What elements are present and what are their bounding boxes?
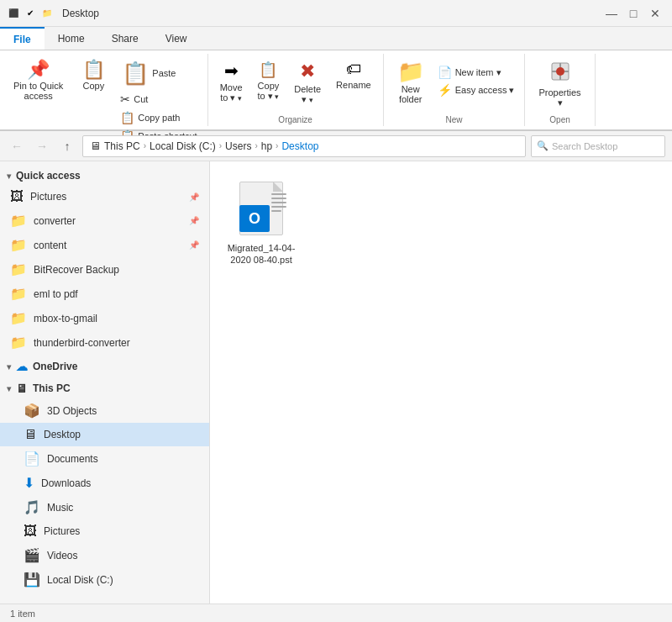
path-desktop: Desktop bbox=[281, 140, 318, 152]
pst-line-4 bbox=[271, 206, 286, 208]
sidebar-item-pictures-pc[interactable]: 🖼 Pictures bbox=[0, 519, 209, 543]
copy-to-icon: 📋 bbox=[259, 61, 277, 79]
pst-icon: O bbox=[234, 182, 288, 239]
sidebar-item-videos[interactable]: 🎬 Videos bbox=[0, 543, 209, 567]
path-users: Users bbox=[225, 140, 251, 152]
title-bar: ⬛ ✔ 📁 Desktop — □ ✕ bbox=[0, 0, 672, 27]
sidebar-item-downloads[interactable]: ⬇ Downloads bbox=[0, 471, 209, 495]
sidebar-item-emltopdf[interactable]: 📁 eml to pdf bbox=[0, 282, 209, 306]
sidebar-item-3dobjects[interactable]: 📦 3D Objects bbox=[0, 398, 209, 423]
pst-icon-wrapper: O bbox=[234, 182, 288, 239]
new-group: 📁 Newfolder 📄 New item ▾ ⚡ Easy access ▾… bbox=[384, 54, 526, 126]
status-text: 1 item bbox=[10, 609, 35, 619]
paste-button[interactable]: 📋 Paste bbox=[117, 59, 200, 87]
bitrecover-icon: 📁 bbox=[10, 261, 27, 277]
new-folder-button[interactable]: 📁 Newfolder bbox=[391, 57, 431, 108]
sidebar-item-pictures-qa[interactable]: 🖼 Pictures 📌 bbox=[0, 185, 209, 208]
sidebar-item-mboxtogmail[interactable]: 📁 mbox-to-gmail bbox=[0, 306, 209, 330]
up-button[interactable]: ↑ bbox=[57, 136, 77, 156]
videos-label: Videos bbox=[47, 550, 199, 561]
pst-line-1 bbox=[271, 193, 286, 195]
emltopdf-label: eml to pdf bbox=[34, 288, 199, 300]
sidebar-item-localdisk[interactable]: 💾 Local Disk (C:) bbox=[0, 567, 209, 592]
pst-line-2 bbox=[271, 198, 286, 199]
sidebar-item-thunderbird[interactable]: 📁 thunderbird-converter bbox=[0, 330, 209, 355]
sidebar: ▾ Quick access 🖼 Pictures 📌 📁 converter … bbox=[0, 161, 210, 622]
move-to-button[interactable]: ➡ Moveto ▾ bbox=[215, 57, 248, 107]
file-item-pst[interactable]: O Migrated_14-04-2020 08-40.pst bbox=[223, 175, 299, 273]
title-bar-icons: ⬛ ✔ 📁 bbox=[7, 7, 54, 20]
back-button[interactable]: ← bbox=[7, 136, 27, 156]
desktop-icon: 🖥 bbox=[24, 427, 37, 442]
pst-badge: O bbox=[239, 205, 270, 232]
sidebar-item-bitrecover[interactable]: 📁 BitRecover Backup bbox=[0, 257, 209, 282]
onedrive-label: OneDrive bbox=[33, 361, 77, 372]
file-grid: O Migrated_14-04-2020 08-40.pst bbox=[223, 175, 659, 273]
localdisk-label: Local Disk (C:) bbox=[47, 574, 199, 586]
onedrive-icon: ☁ bbox=[16, 360, 28, 373]
onedrive-arrow: ▾ bbox=[7, 362, 11, 372]
delete-icon: ✖ bbox=[300, 61, 315, 82]
address-bar: ← → ↑ 🖥 This PC › Local Disk (C:) › User… bbox=[0, 131, 672, 161]
copy-button[interactable]: 📋 Copy bbox=[73, 57, 113, 94]
svg-point-1 bbox=[556, 67, 564, 76]
search-icon: 🔍 bbox=[537, 140, 549, 151]
pc-icon: 🖥 bbox=[90, 140, 101, 152]
copy-to-button[interactable]: 📋 Copyto ▾ bbox=[253, 57, 285, 105]
search-placeholder: Search Desktop bbox=[552, 141, 617, 151]
documents-label: Documents bbox=[47, 453, 199, 465]
new-label: New bbox=[446, 115, 463, 126]
file-name-pst: Migrated_14-04-2020 08-40.pst bbox=[228, 242, 296, 266]
open-label: Open bbox=[549, 115, 570, 126]
rename-icon: 🏷 bbox=[346, 61, 361, 78]
pictures-qa-icon: 🖼 bbox=[10, 189, 24, 204]
clipboard-group: 📌 Pin to Quickaccess 📋 Copy 📋 Paste ✂ Cu… bbox=[0, 54, 208, 126]
easy-access-button[interactable]: ⚡ Easy access ▾ bbox=[434, 82, 518, 98]
delete-button[interactable]: ✖ Delete▾ bbox=[289, 57, 326, 108]
new-item-button[interactable]: 📄 New item ▾ bbox=[434, 64, 518, 81]
organize-content: ➡ Moveto ▾ 📋 Copyto ▾ ✖ Delete▾ 🏷 Rename bbox=[215, 54, 376, 115]
quick-access-header[interactable]: ▾ Quick access bbox=[0, 165, 209, 185]
file-area[interactable]: O Migrated_14-04-2020 08-40.pst bbox=[210, 161, 672, 622]
maximize-button[interactable]: □ bbox=[623, 3, 643, 24]
thispc-label: This PC bbox=[33, 382, 71, 394]
quick-save-icon[interactable]: ✔ bbox=[24, 7, 37, 20]
tab-share[interactable]: Share bbox=[98, 27, 152, 50]
organize-label: Organize bbox=[278, 115, 312, 126]
sidebar-item-music[interactable]: 🎵 Music bbox=[0, 495, 209, 519]
folder-icon: 📁 bbox=[40, 7, 54, 20]
paste-icon: 📋 bbox=[122, 62, 149, 84]
converter-icon: 📁 bbox=[10, 213, 27, 229]
window-title: Desktop bbox=[62, 8, 99, 19]
app-icon: ⬛ bbox=[7, 7, 20, 20]
sidebar-item-converter[interactable]: 📁 converter 📌 bbox=[0, 208, 209, 233]
sidebar-item-content[interactable]: 📁 content 📌 bbox=[0, 233, 209, 257]
new-item-icon: 📄 bbox=[438, 66, 452, 79]
sidebar-item-documents[interactable]: 📄 Documents bbox=[0, 446, 209, 471]
downloads-icon: ⬇ bbox=[24, 475, 34, 491]
pin-quick-access-button[interactable]: 📌 Pin to Quickaccess bbox=[7, 57, 70, 104]
cut-icon: ✂ bbox=[120, 92, 130, 106]
videos-icon: 🎬 bbox=[24, 547, 40, 563]
thispc-header[interactable]: ▾ 🖥 This PC bbox=[0, 377, 209, 398]
tab-home[interactable]: Home bbox=[45, 27, 98, 50]
thispc-arrow: ▾ bbox=[7, 384, 11, 393]
path-localdisk: Local Disk (C:) bbox=[150, 140, 216, 152]
address-path[interactable]: 🖥 This PC › Local Disk (C:) › Users › hp… bbox=[82, 135, 526, 157]
cut-button[interactable]: ✂ Cut bbox=[117, 91, 200, 108]
onedrive-header[interactable]: ▾ ☁ OneDrive bbox=[0, 355, 209, 377]
thunderbird-icon: 📁 bbox=[10, 335, 27, 351]
tab-view[interactable]: View bbox=[152, 27, 201, 50]
search-box[interactable]: 🔍 Search Desktop bbox=[531, 135, 665, 157]
minimize-button[interactable]: — bbox=[601, 3, 622, 24]
tab-file[interactable]: File bbox=[0, 27, 45, 50]
sidebar-item-desktop[interactable]: 🖥 Desktop bbox=[0, 423, 209, 446]
pst-lines bbox=[271, 193, 286, 212]
close-button[interactable]: ✕ bbox=[645, 3, 665, 24]
copy-icon: 📋 bbox=[82, 61, 105, 79]
rename-button[interactable]: 🏷 Rename bbox=[331, 57, 376, 93]
copy-path-button[interactable]: 📋 Copy path bbox=[117, 109, 200, 126]
forward-button[interactable]: → bbox=[32, 136, 52, 156]
converter-label: converter bbox=[34, 215, 182, 227]
properties-button[interactable]: Properties▾ bbox=[532, 57, 587, 112]
